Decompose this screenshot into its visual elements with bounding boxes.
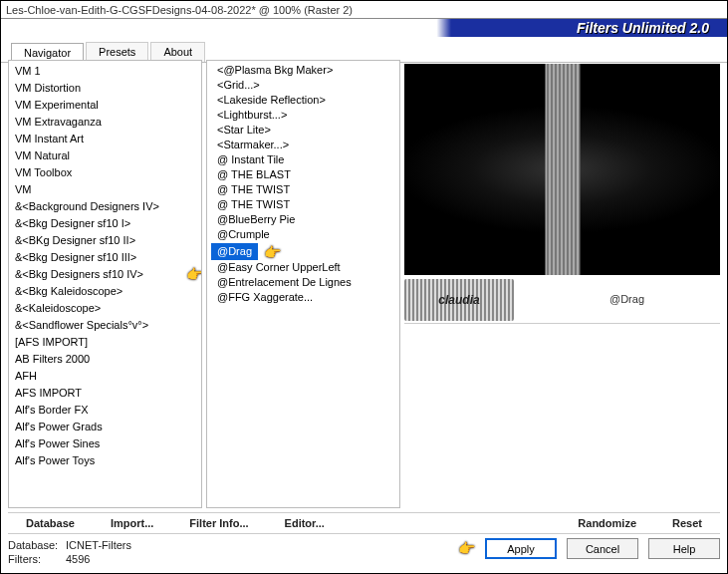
filter-item[interactable]: <Star Lite> xyxy=(211,123,277,137)
filter-item[interactable]: @Drag xyxy=(211,243,258,260)
filter-info-button[interactable]: Filter Info... xyxy=(171,517,266,529)
pointer-icon: 👉 xyxy=(264,244,281,260)
filter-item[interactable]: @ THE TWIST xyxy=(211,197,296,211)
category-item[interactable]: &<Bkg Designer sf10 I> xyxy=(9,215,201,232)
tab-presets[interactable]: Presets xyxy=(86,42,148,62)
filter-item[interactable]: @ Instant Tile xyxy=(211,152,290,166)
category-item[interactable]: &<Bkg Designer sf10 III> xyxy=(9,249,201,266)
filter-item[interactable]: @ THE TWIST xyxy=(211,182,296,196)
category-item[interactable]: VM Distortion xyxy=(9,80,201,97)
category-item[interactable]: [AFS IMPORT] xyxy=(9,334,201,351)
work-area: VM 1VM DistortionVM ExperimentalVM Extra… xyxy=(8,60,720,508)
category-item[interactable]: VM Toolbox xyxy=(9,164,201,181)
filter-item[interactable]: <Lakeside Reflection> xyxy=(211,93,332,107)
category-item[interactable]: AFH xyxy=(9,368,201,385)
preview-image xyxy=(404,64,720,275)
brand-label: Filters Unlimited 2.0 xyxy=(577,20,709,36)
footer-buttons: 👉 Apply Cancel Help xyxy=(458,536,720,570)
category-item[interactable]: VM 1 xyxy=(9,63,201,80)
category-item[interactable]: Alf's Border FX xyxy=(9,402,201,419)
toolbar-row: Database Import... Filter Info... Editor… xyxy=(8,512,720,534)
category-item[interactable]: &<Bkg Kaleidoscope> xyxy=(9,283,201,300)
footer-filters-value: 4596 xyxy=(66,553,90,565)
category-item[interactable]: VM xyxy=(9,181,201,198)
window-title: Les-Chloe-van-Edith-G-CGSFDesigns-04-08-… xyxy=(6,4,353,16)
import-button[interactable]: Import... xyxy=(93,517,171,529)
category-item[interactable]: Alf's Power Grads xyxy=(9,419,201,435)
preview-panel: claudia @Drag xyxy=(404,60,720,508)
footer: Database:ICNET-Filters Filters:4596 👉 Ap… xyxy=(8,536,720,570)
window-titlebar: Les-Chloe-van-Edith-G-CGSFDesigns-04-08-… xyxy=(1,1,727,19)
category-item[interactable]: Alf's Power Toys xyxy=(9,452,201,469)
pointer-icon: 👉 xyxy=(186,267,202,282)
category-item[interactable]: VM Extravaganza xyxy=(9,114,201,131)
filter-item[interactable]: <Starmaker...> xyxy=(211,138,295,151)
tab-about[interactable]: About xyxy=(150,42,205,62)
filter-item[interactable]: <@Plasma Bkg Maker> xyxy=(211,63,339,77)
apply-button[interactable]: Apply xyxy=(485,538,557,559)
pointer-icon: 👉 xyxy=(458,540,475,556)
filter-item[interactable]: @Entrelacement De Lignes xyxy=(211,275,358,289)
category-item[interactable]: &<BKg Designer sf10 II> xyxy=(9,232,201,249)
category-item[interactable]: &<Sandflower Specials°v°> xyxy=(9,317,201,334)
category-item[interactable]: VM Natural xyxy=(9,147,201,164)
category-item[interactable]: AB Filters 2000 xyxy=(9,351,201,368)
category-item[interactable]: AFS IMPORT xyxy=(9,385,201,402)
category-list[interactable]: VM 1VM DistortionVM ExperimentalVM Extra… xyxy=(8,60,202,508)
filter-item[interactable]: @FFG Xaggerate... xyxy=(211,290,319,304)
filter-item[interactable]: @ THE BLAST xyxy=(211,167,297,181)
footer-info: Database:ICNET-Filters Filters:4596 xyxy=(8,536,131,570)
footer-database-value: ICNET-Filters xyxy=(66,539,131,551)
category-item[interactable]: &<Kaleidoscope> xyxy=(9,300,201,317)
filter-item[interactable]: <Grid...> xyxy=(211,78,266,92)
watermark-stamp: claudia xyxy=(404,279,514,321)
category-item[interactable]: &<Bkg Designers sf10 IV>👉 xyxy=(9,266,201,283)
filter-item[interactable]: @BlueBerry Pie xyxy=(211,212,301,226)
filter-item[interactable]: @Easy Corner UpperLeft xyxy=(211,260,347,274)
reset-button[interactable]: Reset xyxy=(654,517,720,529)
database-button[interactable]: Database xyxy=(8,517,93,529)
filter-item[interactable]: <Lightburst...> xyxy=(211,108,293,122)
filter-item[interactable]: @Crumple xyxy=(211,227,276,241)
category-item[interactable]: VM Experimental xyxy=(9,97,201,114)
editor-button[interactable]: Editor... xyxy=(267,517,343,529)
category-item[interactable]: &<Background Designers IV> xyxy=(9,198,201,215)
filter-list[interactable]: <@Plasma Bkg Maker><Grid...><Lakeside Re… xyxy=(206,60,400,508)
help-button[interactable]: Help xyxy=(648,538,720,559)
category-item[interactable]: Alf's Power Sines xyxy=(9,435,201,452)
brand-bar: Filters Unlimited 2.0 xyxy=(1,19,727,37)
cancel-button[interactable]: Cancel xyxy=(567,538,638,559)
category-item[interactable]: VM Instant Art xyxy=(9,131,201,147)
randomize-button[interactable]: Randomize xyxy=(560,517,654,529)
preview-divider xyxy=(404,323,720,324)
preview-filter-label: @Drag xyxy=(534,293,720,305)
